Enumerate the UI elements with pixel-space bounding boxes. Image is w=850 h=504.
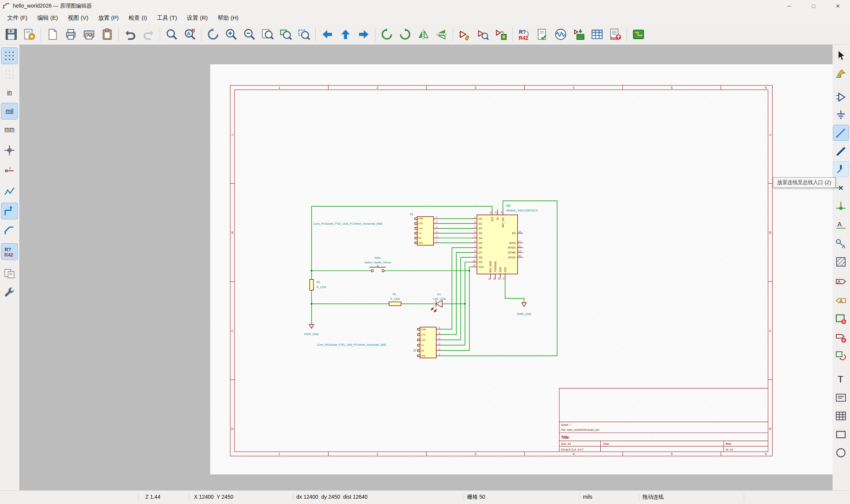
paste-button[interactable] [98, 25, 116, 44]
assign-footprints-icon [495, 28, 507, 41]
menu-2[interactable]: 编辑 (E) [32, 13, 63, 23]
menu-1[interactable]: 文件 (F) [2, 13, 32, 23]
hierarchy-navigator-button[interactable] [1, 265, 18, 282]
plot-button[interactable] [80, 25, 98, 44]
menu-7[interactable]: 设置 (R) [182, 13, 213, 23]
browse-symbol-libraries-button[interactable] [474, 25, 492, 44]
textbox-tool-button[interactable] [833, 390, 849, 406]
symbol-r1[interactable] [389, 302, 401, 306]
place-sheet-pin-button[interactable] [833, 329, 849, 345]
rotate-ccw-button[interactable] [378, 25, 396, 44]
rotate-cw-button[interactable] [396, 25, 414, 44]
find-button[interactable] [162, 25, 181, 44]
place-power-button[interactable] [833, 107, 849, 123]
zoom-selection-button[interactable] [295, 25, 313, 44]
wire-mode-hv-button[interactable] [1, 203, 18, 219]
simulator-button[interactable] [551, 25, 570, 44]
select-tool-button[interactable] [833, 47, 849, 63]
pin-name: GND [499, 267, 502, 272]
save-button[interactable] [2, 25, 20, 44]
zoom-objects-icon [280, 28, 292, 41]
symbol-r2[interactable] [310, 279, 313, 290]
maximize-button[interactable]: □ [801, 0, 826, 12]
auto-annotate-button[interactable]: R?R42 [1, 243, 18, 260]
grid-style-button[interactable] [1, 66, 18, 83]
sw1-value: Switch_Tactile_Omron [364, 261, 391, 264]
redo-button[interactable] [139, 25, 157, 44]
circle-tool-button[interactable] [833, 445, 849, 461]
directive-label-button[interactable]: A [833, 236, 849, 252]
menu-5[interactable]: 检查 (I) [124, 13, 152, 23]
grid-style-icon [4, 69, 15, 80]
edit-symbols-button[interactable] [455, 25, 474, 44]
units-mils-button[interactable]: mil [1, 103, 18, 120]
hidden-pins-button[interactable]: 1 [1, 162, 18, 179]
schematic-canvas[interactable]: 112233445566AABBCCDD Sheet: / File: hell… [19, 45, 833, 491]
hierarchical-label-button[interactable]: A [833, 293, 849, 309]
highlight-net-button[interactable] [833, 66, 849, 82]
zoom-out-button[interactable] [240, 25, 258, 44]
menu-6[interactable]: 工具 (T) [152, 13, 182, 23]
pin-name: D3 [479, 232, 482, 235]
page-settings-button[interactable] [43, 25, 61, 44]
print-button[interactable] [61, 25, 80, 44]
grid-visibility-button[interactable] [1, 47, 18, 64]
symbol-m1[interactable] [477, 215, 518, 274]
wire-tool-button[interactable] [833, 125, 849, 141]
schematic-setup-button[interactable] [20, 25, 38, 44]
svg-text:A: A [839, 298, 843, 304]
mirror-horizontal-button[interactable] [414, 25, 432, 44]
zoom-in-button[interactable] [222, 25, 240, 44]
bus-entry-button[interactable] [833, 161, 849, 177]
nav-up-button[interactable] [336, 25, 354, 44]
place-symbol-button[interactable] [833, 89, 849, 105]
bom-button[interactable]: bom [606, 25, 624, 44]
undo-button[interactable] [121, 25, 139, 44]
mirror-vertical-button[interactable] [432, 25, 450, 44]
close-button[interactable]: ✕ [826, 0, 850, 12]
net-label-button[interactable]: A [833, 217, 849, 233]
column-label: 5 [671, 86, 673, 90]
zoom-objects-button[interactable] [277, 25, 295, 44]
bus-tool-button[interactable] [833, 143, 849, 159]
refresh-icon [207, 28, 219, 41]
text-tool-button[interactable]: T [833, 371, 849, 387]
socket-notch [417, 350, 420, 351]
menu-3[interactable]: 视图 (V) [63, 13, 93, 23]
update-pcb-button[interactable] [570, 25, 588, 44]
wire-mode-45-button[interactable] [1, 222, 18, 238]
zoom-fit-button[interactable] [258, 25, 277, 44]
browse-symbol-libraries-icon [477, 28, 489, 41]
erc-button[interactable] [533, 25, 551, 44]
find-replace-button[interactable]: AB [181, 25, 199, 44]
units-inches-label: in [7, 89, 12, 96]
bom-icon: bom [609, 28, 622, 41]
properties-manager-button[interactable] [1, 284, 18, 301]
sync-sheet-pins-button[interactable] [833, 348, 849, 364]
menu-4[interactable]: 放置 (P) [93, 13, 124, 23]
full-crosshair-button[interactable] [1, 142, 18, 159]
junction-tool-button[interactable] [833, 198, 849, 214]
svg-text:A: A [187, 31, 190, 36]
units-inches-button[interactable]: in [1, 84, 18, 101]
m1-value: Module_XIAO-ESP32C3 [506, 209, 538, 212]
open-pcb-editor-button[interactable] [629, 25, 647, 44]
symbol-j2[interactable] [420, 327, 436, 358]
minimize-button[interactable]: ─ [777, 0, 801, 12]
units-mm-button[interactable]: mm [1, 121, 18, 138]
menu-8[interactable]: 帮助 (H) [213, 13, 244, 23]
nav-back-button[interactable] [318, 25, 336, 44]
nav-forward-button[interactable] [354, 25, 373, 44]
annotate-button[interactable]: R?R42 [515, 25, 533, 44]
symbol-fields-table-button[interactable] [588, 25, 606, 44]
place-sheet-button[interactable] [833, 311, 849, 327]
refresh-button[interactable] [204, 25, 222, 44]
assign-footprints-button[interactable] [492, 25, 510, 44]
annotate-icon: R?R42 [518, 28, 530, 41]
symbol-j1[interactable] [417, 217, 434, 246]
global-label-button[interactable]: A [833, 274, 849, 290]
table-tool-button[interactable] [833, 408, 849, 424]
rule-area-button[interactable] [833, 254, 849, 270]
hidden-fields-button[interactable] [1, 183, 18, 200]
rectangle-tool-button[interactable] [833, 427, 849, 443]
